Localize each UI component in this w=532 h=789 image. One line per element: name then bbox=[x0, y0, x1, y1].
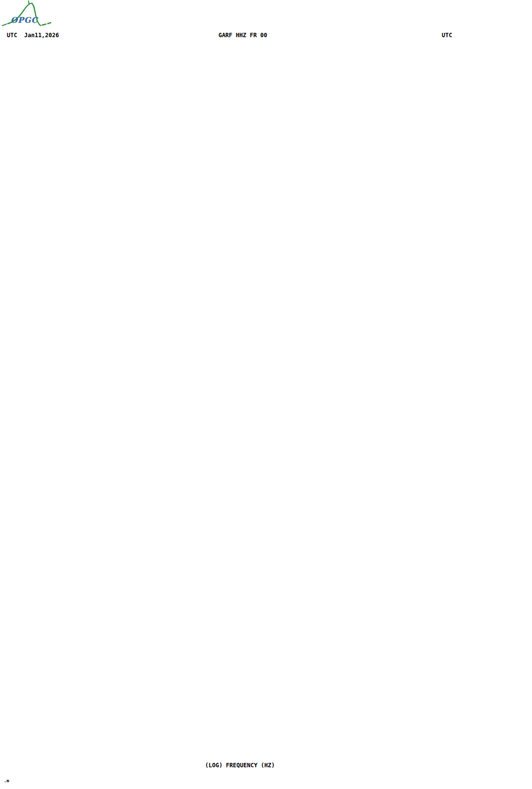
page: OPGC UTC Jan11,2026 GARF HHZ FR 00 UTC (… bbox=[0, 0, 532, 789]
station-title: GARF HHZ FR 00 bbox=[185, 32, 301, 39]
logo-text: OPGC bbox=[11, 15, 39, 25]
date-label: Jan11,2026 bbox=[24, 32, 59, 39]
opgc-logo: OPGC bbox=[1, 0, 59, 29]
spectrogram-canvas bbox=[24, 55, 459, 750]
freq-axis-title: (LOG) FREQUENCY (HZ) bbox=[182, 762, 298, 769]
corner-glyph: .m bbox=[4, 778, 9, 783]
logo-peak-flag bbox=[28, 0, 29, 4]
utc-label-left: UTC bbox=[7, 32, 17, 39]
utc-label-right: UTC bbox=[442, 32, 452, 39]
